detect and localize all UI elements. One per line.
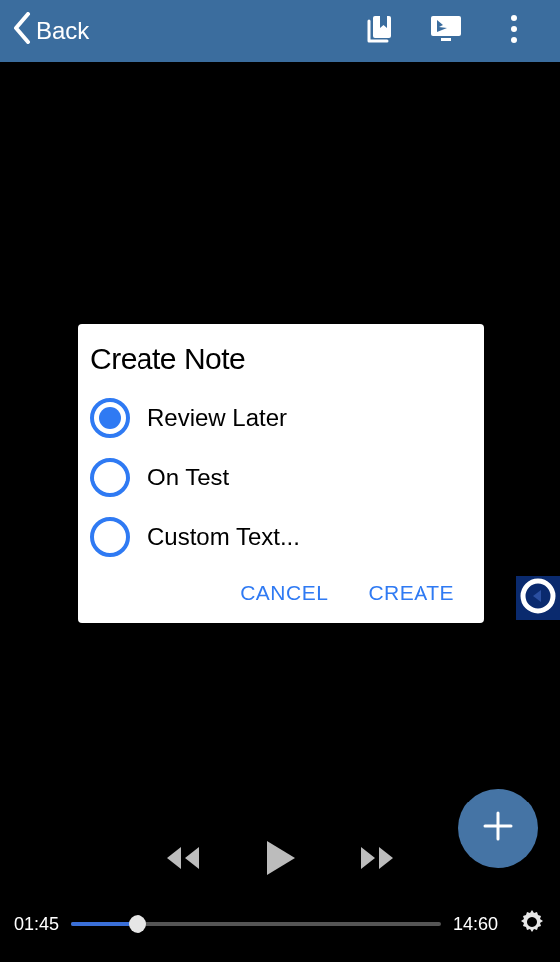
create-button[interactable]: CREATE: [368, 581, 454, 605]
seek-thumb[interactable]: [129, 915, 146, 933]
settings-button[interactable]: [518, 908, 546, 941]
cancel-button[interactable]: CANCEL: [240, 581, 328, 605]
radio-icon: [90, 517, 130, 557]
app-badge-icon: [518, 576, 558, 620]
rewind-button[interactable]: [163, 843, 203, 877]
cast-button[interactable]: [422, 7, 470, 55]
forward-button[interactable]: [357, 843, 397, 877]
more-button[interactable]: [490, 7, 538, 55]
back-button[interactable]: Back: [12, 12, 89, 50]
radio-label: On Test: [147, 464, 229, 491]
current-time: 01:45: [14, 914, 59, 935]
dialog-actions: CANCEL CREATE: [90, 567, 472, 613]
chevron-left-icon: [12, 12, 32, 50]
radio-label: Review Later: [147, 404, 287, 432]
radio-option-custom-text[interactable]: Custom Text...: [90, 507, 472, 567]
radio-option-on-test[interactable]: On Test: [90, 448, 472, 507]
svg-point-5: [511, 37, 517, 43]
total-time: 14:60: [453, 914, 498, 935]
gear-icon: [518, 920, 546, 940]
svg-point-4: [511, 26, 517, 32]
seek-track[interactable]: [71, 922, 441, 926]
create-note-dialog: Create Note Review Later On Test Custom …: [78, 324, 484, 623]
topbar: Back: [0, 0, 560, 62]
bookmark-stack-icon: [363, 13, 395, 49]
dialog-title: Create Note: [90, 342, 472, 376]
seek-fill: [71, 922, 138, 926]
radio-option-review-later[interactable]: Review Later: [90, 388, 472, 448]
radio-icon: [90, 398, 130, 438]
more-vertical-icon: [510, 14, 518, 48]
svg-rect-2: [441, 38, 451, 41]
cast-screen-icon: [429, 14, 463, 48]
bookmarks-button[interactable]: [355, 7, 403, 55]
transport-controls: [0, 830, 560, 890]
side-badge[interactable]: [516, 576, 560, 620]
radio-icon: [90, 458, 130, 497]
svg-rect-1: [431, 16, 461, 36]
play-button[interactable]: [263, 839, 297, 881]
back-label: Back: [36, 17, 89, 45]
svg-point-3: [511, 15, 517, 21]
svg-point-7: [528, 918, 536, 926]
progress-row: 01:45 14:60: [0, 900, 560, 948]
radio-label: Custom Text...: [147, 523, 300, 551]
